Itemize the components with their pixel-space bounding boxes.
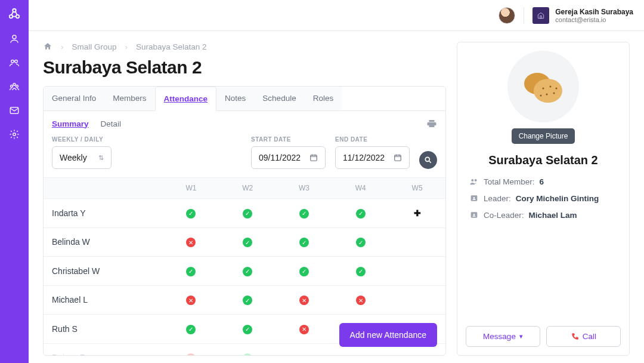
- change-picture-button[interactable]: Change Picture: [512, 128, 575, 144]
- attendance-cell[interactable]: ✓: [332, 199, 389, 227]
- tab-general[interactable]: General Info: [44, 87, 104, 110]
- member-name: Raisya R: [44, 344, 163, 355]
- breadcrumb: › Small Group › Surabaya Selatan 2: [43, 42, 446, 51]
- filters: WEEKLY / DAILY Weekly ⇅ START DATE 09/11…: [44, 133, 445, 177]
- phone-icon: [571, 333, 579, 341]
- leader-label: Leader:: [484, 194, 511, 203]
- subtab-summary[interactable]: Summary: [52, 119, 89, 128]
- svg-point-28: [473, 214, 475, 216]
- attendance-cell[interactable]: ✓: [219, 228, 276, 257]
- table-header-w5: W5: [389, 178, 445, 198]
- nav-people-icon[interactable]: [9, 57, 20, 68]
- tab-notes[interactable]: Notes: [216, 87, 254, 110]
- nav-group-icon[interactable]: [9, 81, 20, 92]
- attendance-cell[interactable]: ✓: [276, 257, 333, 285]
- check-icon: ✓: [356, 267, 366, 276]
- member-name: Ruth S: [44, 315, 163, 343]
- chevron-right-icon: ›: [125, 42, 128, 51]
- svg-point-10: [13, 133, 16, 136]
- attendance-cell[interactable]: ✓: [276, 199, 333, 227]
- message-button[interactable]: Message ▾: [466, 326, 540, 347]
- attendance-cell[interactable]: [276, 349, 333, 355]
- nav-settings-icon[interactable]: [9, 129, 20, 140]
- attendance-cell[interactable]: ✕: [163, 286, 219, 315]
- attendance-cell[interactable]: [389, 291, 445, 309]
- tab-roles[interactable]: Roles: [305, 87, 342, 110]
- table-header-name: [44, 178, 163, 198]
- attendance-cell[interactable]: ✚: [389, 199, 445, 227]
- breadcrumb-level1[interactable]: Small Group: [72, 42, 117, 51]
- attendance-card: General Info Members Attendance Notes Sc…: [43, 86, 446, 356]
- search-button[interactable]: [419, 151, 437, 169]
- home-icon[interactable]: [43, 42, 52, 51]
- attendance-cell[interactable]: [389, 349, 445, 355]
- attendance-cell[interactable]: ✓: [163, 315, 219, 343]
- tab-schedule[interactable]: Schedule: [254, 87, 304, 110]
- call-button[interactable]: Call: [546, 326, 621, 347]
- svg-point-23: [471, 179, 473, 182]
- nav-mail-icon[interactable]: [9, 105, 20, 116]
- badge-icon: [469, 210, 479, 220]
- svg-point-8: [16, 85, 18, 87]
- period-select[interactable]: Weekly ⇅: [52, 146, 112, 169]
- attendance-cell[interactable]: ✕: [276, 315, 333, 343]
- attendance-cell[interactable]: ✓: [219, 344, 276, 356]
- topbar: Gereja Kasih Surabaya contact@erista.io: [29, 0, 644, 31]
- x-icon: ✕: [299, 325, 309, 334]
- attendance-cell[interactable]: ✓: [332, 228, 389, 257]
- svg-point-3: [13, 35, 16, 39]
- attendance-cell[interactable]: ✓: [219, 315, 276, 343]
- svg-point-2: [16, 15, 20, 19]
- total-member-value: 6: [540, 177, 544, 186]
- org-logo-icon[interactable]: [532, 7, 549, 24]
- start-date-input[interactable]: 09/11/2022: [251, 146, 326, 169]
- print-icon[interactable]: [426, 118, 437, 129]
- svg-point-5: [15, 60, 18, 63]
- attendance-cell[interactable]: ✓: [219, 286, 276, 315]
- attendance-cell[interactable]: ✕: [163, 228, 219, 257]
- attendance-cell[interactable]: ✕: [276, 286, 333, 315]
- attendance-cell[interactable]: ✓: [276, 228, 333, 257]
- attendance-cell[interactable]: [389, 233, 445, 251]
- attendance-cell[interactable]: ✓: [163, 257, 219, 285]
- total-member-label: Total Member:: [484, 177, 535, 186]
- check-icon: ✓: [243, 325, 252, 334]
- add-icon[interactable]: ✚: [414, 208, 421, 218]
- member-name: Belinda W: [44, 228, 163, 256]
- check-icon: ✓: [299, 209, 309, 219]
- chevron-down-icon: ▾: [519, 333, 523, 340]
- svg-point-22: [556, 88, 558, 90]
- org-name: Gereja Kasih Surabaya: [555, 8, 633, 16]
- group-picture: [507, 51, 579, 122]
- attendance-cell[interactable]: ✕: [163, 344, 219, 356]
- attendance-cell[interactable]: ✓: [163, 199, 219, 227]
- svg-point-26: [473, 197, 475, 199]
- attendance-cell[interactable]: [332, 349, 389, 355]
- badge-icon: [469, 193, 479, 203]
- tab-members[interactable]: Members: [104, 87, 154, 110]
- org-info: Gereja Kasih Surabaya contact@erista.io: [555, 8, 633, 23]
- check-icon: ✓: [299, 238, 309, 247]
- attendance-cell[interactable]: ✓: [219, 257, 276, 285]
- tabs: General Info Members Attendance Notes Sc…: [44, 87, 445, 111]
- x-icon: ✕: [356, 296, 366, 305]
- add-attendance-button[interactable]: Add new Attendance: [339, 323, 437, 347]
- sidenav: [0, 0, 29, 363]
- attendance-cell[interactable]: ✓: [219, 199, 276, 227]
- chevron-right-icon: ›: [61, 42, 64, 51]
- check-icon: ✓: [186, 209, 196, 219]
- check-icon: ✓: [243, 238, 252, 247]
- subtab-detail[interactable]: Detail: [101, 119, 122, 128]
- page-title: Surabaya Selatan 2: [43, 57, 446, 78]
- attendance-cell[interactable]: ✕: [332, 286, 389, 315]
- tab-attendance[interactable]: Attendance: [155, 87, 217, 111]
- attendance-cell[interactable]: [389, 262, 445, 280]
- end-date-input[interactable]: 11/12/2022: [335, 146, 410, 169]
- user-avatar[interactable]: [499, 7, 515, 24]
- calendar-icon: [309, 153, 318, 162]
- svg-rect-12: [311, 155, 317, 161]
- check-icon: ✓: [243, 296, 252, 305]
- nav-person-icon[interactable]: [9, 33, 20, 44]
- attendance-cell[interactable]: ✓: [332, 257, 389, 285]
- table-header-w4: W4: [332, 178, 389, 198]
